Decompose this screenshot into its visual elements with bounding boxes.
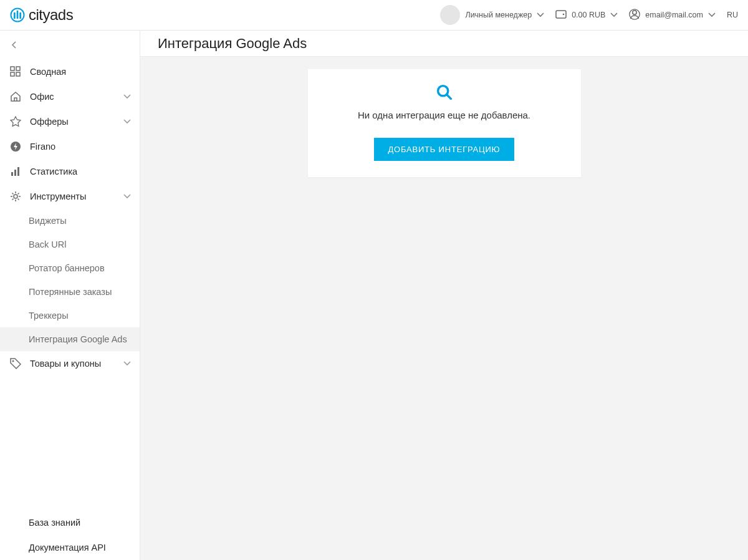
sidebar-subitem-lost-orders[interactable]: Потерянные заказы (0, 280, 140, 304)
chevron-down-icon (708, 12, 716, 17)
chevron-down-icon (123, 94, 131, 99)
sidebar-item-firano[interactable]: Firano (0, 134, 140, 159)
sidebar-item-label: Офис (30, 92, 115, 102)
chevron-down-icon (123, 119, 131, 124)
sidebar-item-label: Back URl (29, 239, 66, 249)
sidebar-item-label: Интеграция Google Ads (29, 334, 127, 344)
balance-dropdown[interactable]: 0.00 RUB (555, 9, 618, 22)
sidebar-subitem-widgets[interactable]: Виджеты (0, 209, 140, 233)
sidebar-item-api-docs[interactable]: Документация API (0, 535, 140, 560)
header-right: Личный менеджер 0.00 RUB email@mail.com … (440, 5, 738, 25)
sidebar-item-label: Ротатор баннеров (29, 263, 105, 273)
user-icon (629, 9, 640, 22)
sidebar-item-label: Сводная (30, 67, 131, 77)
sidebar-item-label: Статистика (30, 167, 131, 176)
sidebar-item-label: База знаний (29, 518, 131, 528)
chevron-down-icon (123, 194, 131, 199)
sidebar-item-label: Инструменты (30, 191, 115, 201)
sidebar-bottom: База знаний Документация API (0, 510, 140, 560)
sidebar-item-dashboard[interactable]: Сводная (0, 59, 140, 84)
sidebar-item-products[interactable]: Товары и купоны (0, 351, 140, 376)
home-icon (10, 91, 21, 102)
manager-label: Личный менеджер (465, 11, 532, 19)
sidebar-subitem-rotator[interactable]: Ротатор баннеров (0, 256, 140, 280)
page-content: Ни одна интеграция еще не добавлена. ДОБ… (140, 57, 748, 560)
chevron-down-icon (123, 361, 131, 366)
sidebar-item-label: Треккеры (29, 311, 69, 321)
logo-text: cityads (29, 6, 73, 24)
star-icon (10, 116, 21, 127)
account-email: email@mail.com (645, 11, 703, 19)
app-header: cityads Личный менеджер 0.00 RUB email@m… (0, 0, 748, 31)
chevron-down-icon (537, 12, 544, 17)
sidebar-item-label: Firano (30, 142, 131, 152)
sidebar-nav: Сводная Офис Офферы Firano Статистика (0, 59, 140, 510)
sidebar-item-tools[interactable]: Инструменты (0, 184, 140, 209)
main-area: Интеграция Google Ads Ни одна интеграция… (140, 31, 748, 560)
empty-state-message: Ни одна интеграция еще не добавлена. (358, 110, 530, 120)
page-title: Интеграция Google Ads (158, 36, 307, 52)
empty-state-card: Ни одна интеграция еще не добавлена. ДОБ… (308, 69, 581, 177)
chevron-down-icon (610, 12, 618, 17)
sidebar-item-label: Товары и купоны (30, 359, 115, 369)
sidebar-item-label: Виджеты (29, 216, 67, 226)
sidebar-item-label: Офферы (30, 117, 115, 127)
page-title-bar: Интеграция Google Ads (140, 31, 748, 57)
account-dropdown[interactable]: email@mail.com (629, 9, 716, 22)
bars-icon (10, 166, 21, 177)
tag-icon (10, 358, 21, 369)
sidebar-item-office[interactable]: Офис (0, 84, 140, 109)
sidebar-item-label: Документация API (29, 543, 131, 553)
add-integration-button[interactable]: ДОБАВИТЬ ИНТЕГРАЦИЮ (374, 138, 514, 161)
logo-icon (10, 7, 25, 22)
avatar (440, 5, 460, 25)
search-icon (435, 83, 454, 104)
lang-switch[interactable]: RU (727, 11, 738, 19)
sidebar-item-offers[interactable]: Офферы (0, 109, 140, 134)
sidebar-item-statistics[interactable]: Статистика (0, 159, 140, 184)
wallet-icon (555, 9, 567, 22)
logo[interactable]: cityads (10, 6, 73, 24)
sidebar-subitem-google-ads[interactable]: Интеграция Google Ads (0, 327, 140, 351)
dashboard-icon (10, 66, 21, 77)
gear-icon (10, 191, 21, 202)
balance-amount: 0.00 RUB (572, 11, 605, 19)
sidebar: Сводная Офис Офферы Firano Статистика (0, 31, 140, 560)
sidebar-subitem-backurl[interactable]: Back URl (0, 233, 140, 256)
bolt-circle-icon (10, 141, 21, 152)
manager-dropdown[interactable]: Личный менеджер (440, 5, 544, 25)
sidebar-item-kb[interactable]: База знаний (0, 510, 140, 535)
sidebar-collapse-button[interactable] (0, 31, 140, 59)
sidebar-item-label: Потерянные заказы (29, 287, 112, 297)
sidebar-subitem-trackers[interactable]: Треккеры (0, 304, 140, 327)
